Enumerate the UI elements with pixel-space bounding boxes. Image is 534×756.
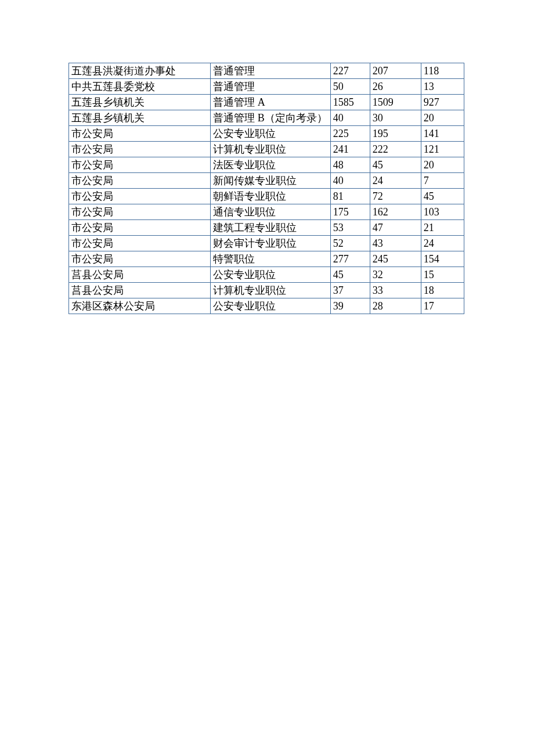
cell-pos: 新闻传媒专业职位 xyxy=(211,173,330,189)
cell-n1: 39 xyxy=(330,298,370,314)
cell-org: 市公安局 xyxy=(69,157,211,173)
cell-n2: 207 xyxy=(370,63,421,79)
cell-n2: 30 xyxy=(370,110,421,126)
cell-org: 五莲县乡镇机关 xyxy=(69,110,211,126)
cell-n3: 18 xyxy=(421,283,464,298)
cell-pos: 公安专业职位 xyxy=(211,267,330,283)
table-row: 市公安局新闻传媒专业职位40247 xyxy=(69,173,464,189)
cell-n2: 45 xyxy=(370,157,421,173)
table-row: 市公安局通信专业职位175162103 xyxy=(69,204,464,220)
cell-n3: 20 xyxy=(421,157,464,173)
cell-org: 莒县公安局 xyxy=(69,267,211,283)
cell-n2: 245 xyxy=(370,251,421,267)
cell-n1: 37 xyxy=(330,283,370,298)
cell-pos: 建筑工程专业职位 xyxy=(211,220,330,236)
cell-n2: 32 xyxy=(370,267,421,283)
cell-n3: 15 xyxy=(421,267,464,283)
cell-n3: 7 xyxy=(421,173,464,189)
table-row: 莒县公安局计算机专业职位373318 xyxy=(69,283,464,298)
cell-n3: 118 xyxy=(421,63,464,79)
cell-org: 市公安局 xyxy=(69,189,211,204)
table-body: 五莲县洪凝街道办事处普通管理227207118中共五莲县委党校普通管理50261… xyxy=(69,63,464,314)
cell-n2: 28 xyxy=(370,298,421,314)
cell-org: 五莲县乡镇机关 xyxy=(69,95,211,110)
cell-n2: 24 xyxy=(370,173,421,189)
cell-n1: 81 xyxy=(330,189,370,204)
cell-n3: 21 xyxy=(421,220,464,236)
table-row: 市公安局特警职位277245154 xyxy=(69,251,464,267)
cell-org: 五莲县洪凝街道办事处 xyxy=(69,63,211,79)
cell-n2: 72 xyxy=(370,189,421,204)
cell-n3: 927 xyxy=(421,95,464,110)
cell-pos: 公安专业职位 xyxy=(211,298,330,314)
cell-pos: 计算机专业职位 xyxy=(211,283,330,298)
cell-n1: 48 xyxy=(330,157,370,173)
table-row: 莒县公安局公安专业职位453215 xyxy=(69,267,464,283)
cell-org: 中共五莲县委党校 xyxy=(69,79,211,95)
table-row: 市公安局朝鲜语专业职位817245 xyxy=(69,189,464,204)
cell-org: 市公安局 xyxy=(69,126,211,142)
cell-n3: 103 xyxy=(421,204,464,220)
cell-pos: 公安专业职位 xyxy=(211,126,330,142)
cell-pos: 通信专业职位 xyxy=(211,204,330,220)
cell-pos: 普通管理 xyxy=(211,79,330,95)
table-row: 东港区森林公安局公安专业职位392817 xyxy=(69,298,464,314)
cell-n2: 43 xyxy=(370,236,421,251)
cell-org: 市公安局 xyxy=(69,204,211,220)
cell-n3: 141 xyxy=(421,126,464,142)
cell-org: 东港区森林公安局 xyxy=(69,298,211,314)
data-table: 五莲县洪凝街道办事处普通管理227207118中共五莲县委党校普通管理50261… xyxy=(68,63,464,314)
cell-n3: 24 xyxy=(421,236,464,251)
cell-org: 市公安局 xyxy=(69,236,211,251)
cell-n2: 33 xyxy=(370,283,421,298)
cell-n1: 40 xyxy=(330,110,370,126)
cell-n1: 277 xyxy=(330,251,370,267)
table-row: 市公安局财会审计专业职位524324 xyxy=(69,236,464,251)
cell-pos: 财会审计专业职位 xyxy=(211,236,330,251)
table-row: 市公安局计算机专业职位241222121 xyxy=(69,142,464,157)
table-row: 市公安局建筑工程专业职位534721 xyxy=(69,220,464,236)
cell-pos: 法医专业职位 xyxy=(211,157,330,173)
cell-n3: 154 xyxy=(421,251,464,267)
cell-pos: 普通管理 B（定向考录） xyxy=(211,110,330,126)
cell-n3: 17 xyxy=(421,298,464,314)
cell-pos: 特警职位 xyxy=(211,251,330,267)
cell-org: 莒县公安局 xyxy=(69,283,211,298)
cell-n1: 241 xyxy=(330,142,370,157)
cell-n3: 13 xyxy=(421,79,464,95)
cell-org: 市公安局 xyxy=(69,251,211,267)
cell-n2: 1509 xyxy=(370,95,421,110)
cell-pos: 普通管理 A xyxy=(211,95,330,110)
cell-n2: 47 xyxy=(370,220,421,236)
cell-n2: 222 xyxy=(370,142,421,157)
cell-n1: 50 xyxy=(330,79,370,95)
cell-n1: 227 xyxy=(330,63,370,79)
table-row: 市公安局法医专业职位484520 xyxy=(69,157,464,173)
cell-n2: 162 xyxy=(370,204,421,220)
cell-n3: 20 xyxy=(421,110,464,126)
cell-n3: 45 xyxy=(421,189,464,204)
cell-pos: 朝鲜语专业职位 xyxy=(211,189,330,204)
table-row: 中共五莲县委党校普通管理502613 xyxy=(69,79,464,95)
cell-n1: 175 xyxy=(330,204,370,220)
cell-n1: 52 xyxy=(330,236,370,251)
cell-org: 市公安局 xyxy=(69,173,211,189)
table-row: 五莲县洪凝街道办事处普通管理227207118 xyxy=(69,63,464,79)
cell-n1: 225 xyxy=(330,126,370,142)
cell-pos: 计算机专业职位 xyxy=(211,142,330,157)
cell-n1: 40 xyxy=(330,173,370,189)
cell-org: 市公安局 xyxy=(69,142,211,157)
table-row: 市公安局公安专业职位225195141 xyxy=(69,126,464,142)
cell-n1: 53 xyxy=(330,220,370,236)
cell-n1: 45 xyxy=(330,267,370,283)
cell-n2: 26 xyxy=(370,79,421,95)
table-row: 五莲县乡镇机关普通管理 B（定向考录）403020 xyxy=(69,110,464,126)
cell-n3: 121 xyxy=(421,142,464,157)
cell-org: 市公安局 xyxy=(69,220,211,236)
cell-n2: 195 xyxy=(370,126,421,142)
table-row: 五莲县乡镇机关普通管理 A15851509927 xyxy=(69,95,464,110)
cell-pos: 普通管理 xyxy=(211,63,330,79)
cell-n1: 1585 xyxy=(330,95,370,110)
